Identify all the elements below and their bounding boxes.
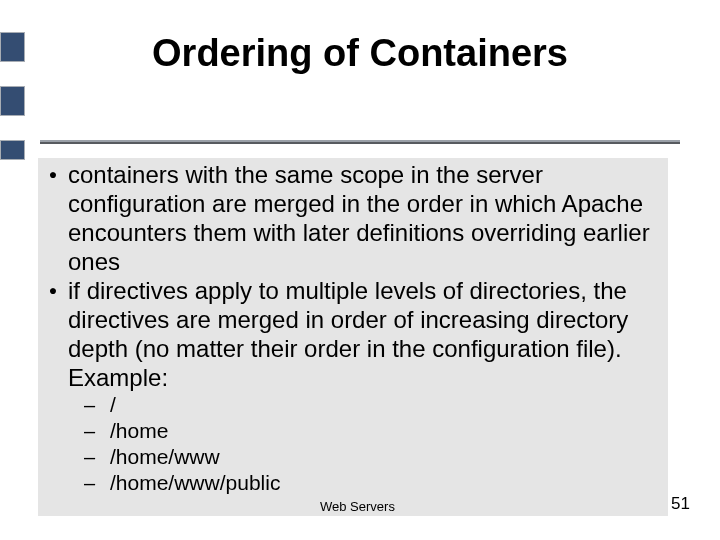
body-area: ● containers with the same scope in the …: [38, 158, 668, 516]
sub-bullet-dash-icon: –: [84, 418, 110, 444]
sub-bullet-dash-icon: –: [84, 392, 110, 418]
slide: Ordering of Containers ● containers with…: [0, 0, 720, 540]
sub-bullet-dash-icon: –: [84, 444, 110, 470]
sub-bullet-dash-icon: –: [84, 470, 110, 496]
sub-bullet-text: /home/www/public: [110, 470, 280, 496]
sub-bullet-row: – /home: [38, 418, 668, 444]
decor-block-2: [0, 86, 25, 116]
bullet-row: ● if directives apply to multiple levels…: [38, 276, 668, 392]
decor-block-3: [0, 140, 25, 160]
bullet-dot-icon: ●: [38, 160, 68, 189]
page-number: 51: [671, 494, 690, 514]
bullet-row: ● containers with the same scope in the …: [38, 160, 668, 276]
title-area: Ordering of Containers: [40, 32, 680, 144]
decor-block-1: [0, 32, 25, 62]
bullet-text: containers with the same scope in the se…: [68, 160, 668, 276]
slide-title: Ordering of Containers: [40, 32, 680, 75]
sub-bullet-row: – /home/www: [38, 444, 668, 470]
bullet-dot-icon: ●: [38, 276, 68, 305]
sub-bullet-row: – /home/www/public: [38, 470, 668, 496]
footer-label: Web Servers: [320, 499, 395, 514]
bullet-text: if directives apply to multiple levels o…: [68, 276, 668, 392]
sub-bullet-text: /home: [110, 418, 168, 444]
sub-bullet-row: – /: [38, 392, 668, 418]
sub-bullet-text: /home/www: [110, 444, 220, 470]
title-underline: [40, 140, 680, 144]
sub-bullet-text: /: [110, 392, 116, 418]
